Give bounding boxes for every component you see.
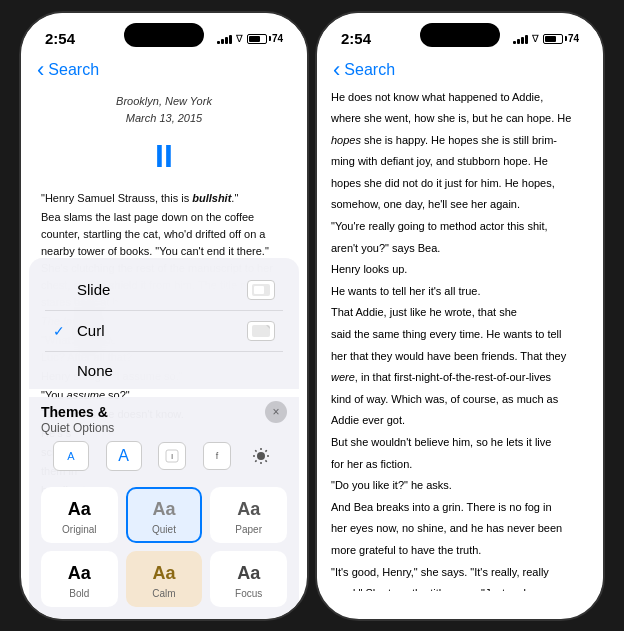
book-line: Addie ever got. [331, 412, 589, 430]
dynamic-island-right [420, 23, 500, 47]
slide-label: Slide [77, 281, 110, 298]
theme-quiet-label: Quiet [152, 524, 176, 535]
font-small-button[interactable]: A [53, 441, 89, 471]
chevron-left-icon-right [333, 59, 340, 81]
right-phone: 2:54 ∇ 74 [315, 11, 605, 621]
theme-original-aa: Aa [68, 499, 91, 520]
theme-paper[interactable]: Aa Paper [210, 487, 287, 543]
book-location: Brooklyn, New YorkMarch 13, 2015 [41, 93, 287, 128]
slide-options: Slide ✓ Curl [45, 270, 283, 389]
nav-bar-left: Search [21, 57, 307, 85]
svg-text:I: I [171, 452, 173, 461]
book-line: ming with defiant joy, and stubborn hope… [331, 153, 589, 171]
back-button-left[interactable]: Search [37, 59, 291, 81]
theme-calm-aa: Aa [152, 563, 175, 584]
theme-calm[interactable]: Aa Calm [126, 551, 203, 607]
theme-original-label: Original [62, 524, 96, 535]
font-controls-row: A A I f [41, 435, 287, 477]
wifi-icon: ∇ [236, 33, 243, 44]
close-button[interactable]: × [265, 401, 287, 423]
theme-focus-aa: Aa [237, 563, 260, 584]
book-header: Brooklyn, New YorkMarch 13, 2015 II [41, 93, 287, 180]
theme-calm-label: Calm [152, 588, 175, 599]
book-line: kind of way. Which was, of course, as mu… [331, 391, 589, 409]
book-line: He wants to tell her it's all true. [331, 283, 589, 301]
book-line: her that they would have been friends. T… [331, 348, 589, 366]
book-line: He does not know what happened to Addie, [331, 89, 589, 107]
theme-focus[interactable]: Aa Focus [210, 551, 287, 607]
slide-option-none[interactable]: None [45, 352, 283, 389]
chevron-left-icon [37, 59, 44, 81]
signal-icon-right [513, 34, 528, 44]
status-icons-right: ∇ 74 [513, 33, 579, 44]
slide-menu: Slide ✓ Curl [29, 258, 299, 389]
theme-bold-aa: Aa [68, 563, 91, 584]
theme-paper-label: Paper [235, 524, 262, 535]
book-line: "You're really going to method actor thi… [331, 218, 589, 236]
book-line: were, in that first-night-of-the-rest-of… [331, 369, 589, 387]
theme-focus-label: Focus [235, 588, 262, 599]
theme-quiet-aa: Aa [152, 499, 175, 520]
themes-header-row: Themes & × [41, 401, 287, 423]
overlay-panel: Slide ✓ Curl [21, 258, 307, 619]
svg-text:f: f [215, 451, 218, 461]
book-line: Henry looks up. [331, 261, 589, 279]
back-label-left: Search [48, 61, 99, 79]
svg-line-13 [265, 450, 266, 451]
svg-line-14 [255, 460, 256, 461]
themes-title: Themes & [41, 404, 108, 420]
book-line: That Addie, just like he wrote, that she [331, 304, 589, 322]
battery-icon: 74 [247, 33, 283, 44]
back-button-right[interactable]: Search [333, 59, 587, 81]
battery-icon-right: 74 [543, 33, 579, 44]
curl-label: Curl [77, 322, 105, 339]
slide-option-slide[interactable]: Slide [45, 270, 283, 311]
book-line: for her as fiction. [331, 456, 589, 474]
book-content-right: He does not know what happened to Addie,… [317, 85, 603, 591]
book-line: And Bea breaks into a grin. There is no … [331, 499, 589, 517]
themes-grid: Aa Original Aa Quiet Aa Paper Aa Bold [29, 481, 299, 619]
book-line: good." She taps the title page. "Just ma… [331, 585, 589, 590]
themes-header-section: Themes & × Quiet Options A A I f [29, 397, 299, 481]
book-line: hopes she is happy. He hopes she is stil… [331, 132, 589, 150]
book-line: more grateful to have the truth. [331, 542, 589, 560]
book-line: hopes she did not do it just for him. He… [331, 175, 589, 193]
themes-subtitle: Quiet Options [41, 421, 287, 435]
theme-bold-label: Bold [69, 588, 89, 599]
book-line: "It's good, Henry," she says. "It's real… [331, 564, 589, 582]
signal-icon [217, 34, 232, 44]
wifi-icon-right: ∇ [532, 33, 539, 44]
dynamic-island [124, 23, 204, 47]
font-style-icon[interactable]: I [158, 442, 186, 470]
none-label: None [77, 362, 113, 379]
svg-rect-2 [252, 325, 270, 337]
book-line: "Do you like it?" he asks. [331, 477, 589, 495]
brightness-icon[interactable] [247, 442, 275, 470]
book-line: somehow, one day, he'll see her again. [331, 196, 589, 214]
book-line: said the same thing every time. He wants… [331, 326, 589, 344]
theme-bold[interactable]: Aa Bold [41, 551, 118, 607]
curl-icon [247, 321, 275, 341]
theme-original[interactable]: Aa Original [41, 487, 118, 543]
book-line: aren't you?" says Bea. [331, 240, 589, 258]
svg-rect-1 [254, 286, 264, 294]
chapter-number: II [41, 132, 287, 180]
font-type-icon[interactable]: f [203, 442, 231, 470]
slide-icon [247, 280, 275, 300]
left-phone: 2:54 ∇ 74 [19, 11, 309, 621]
status-icons-left: ∇ 74 [217, 33, 283, 44]
svg-line-11 [255, 450, 256, 451]
theme-quiet[interactable]: Aa Quiet [126, 487, 203, 543]
svg-point-6 [257, 452, 265, 460]
book-line: But she wouldn't believe him, so he lets… [331, 434, 589, 452]
book-line: her eyes now, no shine, and he has never… [331, 520, 589, 538]
svg-line-12 [265, 460, 266, 461]
font-large-button[interactable]: A [106, 441, 142, 471]
book-line: where she went, how she is, but he can h… [331, 110, 589, 128]
time-right: 2:54 [341, 30, 371, 47]
theme-paper-aa: Aa [237, 499, 260, 520]
back-label-right: Search [344, 61, 395, 79]
nav-bar-right: Search [317, 57, 603, 85]
slide-option-curl[interactable]: ✓ Curl [45, 311, 283, 352]
checkmark-curl: ✓ [53, 323, 69, 339]
